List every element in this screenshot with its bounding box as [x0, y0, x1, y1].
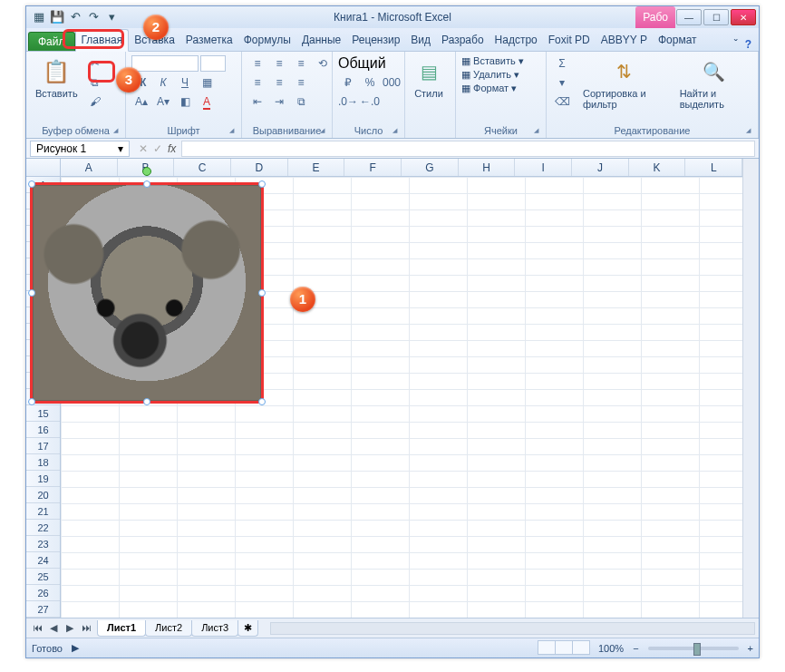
redo-icon[interactable]: ↷: [86, 10, 101, 24]
cut-icon[interactable]: ✂: [85, 55, 105, 72]
row-25[interactable]: 25: [26, 569, 60, 585]
align-top-icon[interactable]: ≡: [247, 55, 267, 72]
number-format-combo[interactable]: Общий: [338, 55, 396, 72]
horizontal-scrollbar[interactable]: [270, 622, 755, 635]
comma-icon[interactable]: 000: [382, 74, 402, 91]
selected-image[interactable]: [30, 182, 264, 404]
indent-dec-icon[interactable]: ⇤: [247, 93, 267, 110]
row-15[interactable]: 15: [26, 405, 60, 422]
picture-tools-context-tab[interactable]: Рабо: [635, 6, 675, 28]
row-26[interactable]: 26: [26, 585, 60, 601]
percent-icon[interactable]: %: [360, 74, 380, 91]
resize-handle-ne[interactable]: [258, 180, 266, 188]
tab-addins[interactable]: Надстро: [489, 30, 543, 51]
row-17[interactable]: 17: [26, 438, 60, 454]
col-E[interactable]: E: [288, 159, 345, 176]
tab-data[interactable]: Данные: [296, 30, 346, 51]
name-box[interactable]: Рисунок 1▾: [30, 141, 130, 157]
row-16[interactable]: 16: [26, 422, 60, 438]
row-27[interactable]: 27: [26, 601, 60, 618]
font-color-icon[interactable]: A: [197, 93, 217, 110]
resize-handle-e[interactable]: [258, 289, 266, 297]
row-18[interactable]: 18: [26, 454, 60, 471]
col-C[interactable]: C: [174, 159, 231, 176]
minimize-button[interactable]: —: [676, 9, 702, 25]
align-center-icon[interactable]: ≡: [269, 74, 289, 91]
undo-icon[interactable]: ↶: [68, 10, 82, 24]
col-K[interactable]: K: [629, 159, 686, 176]
increase-font-icon[interactable]: A▴: [131, 93, 151, 110]
orientation-icon[interactable]: ⟲: [313, 55, 333, 72]
tab-prev-icon[interactable]: ◀: [46, 622, 61, 634]
qat-dropdown-icon[interactable]: ▾: [104, 10, 119, 24]
macro-record-icon[interactable]: ▶: [72, 642, 79, 654]
inc-decimal-icon[interactable]: .0→: [338, 93, 358, 110]
select-all-box[interactable]: [26, 159, 61, 177]
sheet-tab-2[interactable]: Лист2: [145, 620, 192, 637]
row-19[interactable]: 19: [26, 471, 60, 487]
col-J[interactable]: J: [572, 159, 629, 176]
sheet-tab-3[interactable]: Лист3: [191, 620, 238, 637]
tab-developer[interactable]: Разрабо: [436, 30, 489, 51]
tab-foxit[interactable]: Foxit PD: [543, 30, 596, 51]
zoom-value[interactable]: 100%: [598, 643, 624, 654]
zoom-in-button[interactable]: +: [748, 643, 753, 654]
dec-decimal-icon[interactable]: ←.0: [360, 93, 380, 110]
tab-first-icon[interactable]: ⏮: [30, 622, 44, 634]
save-icon[interactable]: 💾: [50, 10, 64, 24]
tab-abbyy[interactable]: ABBYY P: [596, 30, 653, 51]
zoom-slider[interactable]: [648, 647, 739, 650]
border-button[interactable]: ▦: [197, 74, 217, 91]
fx-cancel-icon[interactable]: ✕: [139, 142, 148, 155]
col-D[interactable]: D: [231, 159, 288, 176]
row-20[interactable]: 20: [26, 487, 60, 503]
currency-icon[interactable]: ₽: [338, 74, 358, 91]
view-buttons[interactable]: [538, 640, 589, 657]
tab-next-icon[interactable]: ▶: [63, 622, 77, 634]
cells-delete-button[interactable]: ▦ Удалить ▾: [461, 69, 519, 81]
column-headers[interactable]: A B C D E F G H I J K L: [61, 159, 742, 177]
tab-review[interactable]: Рецензир: [346, 30, 405, 51]
fill-color-icon[interactable]: ◧: [175, 93, 195, 110]
tab-formulas[interactable]: Формулы: [238, 30, 296, 51]
row-24[interactable]: 24: [26, 552, 60, 569]
sum-icon[interactable]: Σ: [552, 55, 572, 72]
resize-handle-w[interactable]: [28, 289, 35, 297]
zoom-out-button[interactable]: −: [633, 643, 638, 654]
merge-icon[interactable]: ⧉: [291, 93, 311, 110]
col-L[interactable]: L: [685, 159, 742, 176]
col-I[interactable]: I: [515, 159, 572, 176]
resize-handle-s[interactable]: [143, 398, 150, 405]
col-H[interactable]: H: [459, 159, 516, 176]
align-bot-icon[interactable]: ≡: [291, 55, 311, 72]
tab-format[interactable]: Формат: [653, 30, 703, 51]
row-23[interactable]: 23: [26, 536, 60, 552]
col-G[interactable]: G: [402, 159, 459, 176]
fx-enter-icon[interactable]: ✓: [153, 142, 162, 155]
col-A[interactable]: A: [61, 159, 118, 176]
align-right-icon[interactable]: ≡: [291, 74, 311, 91]
font-size-combo[interactable]: [200, 55, 226, 72]
sheet-tab-1[interactable]: Лист1: [97, 620, 146, 637]
ribbon-collapse-icon[interactable]: ˇ: [734, 38, 738, 51]
tab-page-layout[interactable]: Разметка: [180, 30, 238, 51]
maximize-button[interactable]: ☐: [703, 9, 729, 25]
tab-home[interactable]: Главная: [75, 29, 130, 52]
new-sheet-button[interactable]: ✱: [237, 620, 258, 637]
cells-insert-button[interactable]: ▦ Вставить ▾: [461, 55, 524, 67]
row-21[interactable]: 21: [26, 503, 60, 520]
row-22[interactable]: 22: [26, 520, 60, 536]
find-select-button[interactable]: 🔍 Найти и выделить: [676, 55, 752, 112]
fx-icon[interactable]: fx: [168, 142, 176, 155]
sort-filter-button[interactable]: ⇅ Сортировка и фильтр: [579, 55, 669, 112]
formula-input[interactable]: [181, 141, 755, 157]
paste-button[interactable]: 📋 Вставить: [32, 55, 82, 101]
font-name-combo[interactable]: [131, 55, 199, 72]
tab-nav-buttons[interactable]: ⏮ ◀ ▶ ⏭: [26, 622, 97, 634]
tab-view[interactable]: Вид: [405, 30, 436, 51]
resize-handle-n[interactable]: [143, 180, 150, 188]
fill-icon[interactable]: ▾: [552, 74, 572, 91]
tab-last-icon[interactable]: ⏭: [79, 622, 93, 634]
underline-button[interactable]: Ч: [175, 74, 195, 91]
italic-button[interactable]: К: [153, 74, 173, 91]
